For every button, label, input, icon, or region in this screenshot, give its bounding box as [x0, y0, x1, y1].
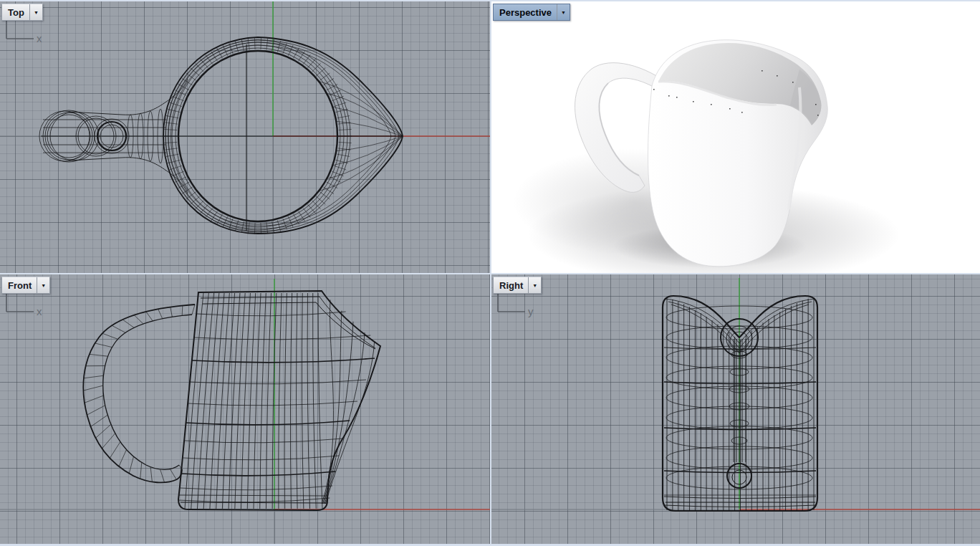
viewport-tab-front[interactable]: Front ▼ — [1, 277, 50, 294]
viewport-title-perspective[interactable]: Perspective — [494, 7, 557, 18]
viewport-tab-top[interactable]: Top ▼ — [1, 4, 43, 21]
viewport-title-front[interactable]: Front — [2, 280, 37, 291]
viewport-top[interactable]: Top ▼ y x — [0, 1, 490, 273]
right-view-wireframe — [491, 274, 980, 544]
perspective-rendered-model — [491, 1, 980, 273]
viewport-title-top[interactable]: Top — [2, 7, 29, 18]
viewport-menu-dropdown-icon[interactable]: ▼ — [37, 278, 49, 293]
viewport-front[interactable]: Front ▼ z x — [0, 274, 490, 544]
viewport-tab-perspective[interactable]: Perspective ▼ — [493, 4, 570, 21]
viewport-perspective[interactable]: Perspective ▼ — [491, 1, 980, 273]
top-view-wireframe — [0, 1, 490, 273]
front-view-wireframe — [0, 274, 490, 544]
viewport-menu-dropdown-icon[interactable]: ▼ — [529, 278, 541, 293]
viewport-title-right[interactable]: Right — [494, 280, 528, 291]
viewport-tab-right[interactable]: Right ▼ — [493, 277, 542, 294]
viewport-right[interactable]: Right ▼ z y — [491, 274, 980, 544]
viewport-menu-dropdown-icon[interactable]: ▼ — [30, 5, 42, 20]
viewport-menu-dropdown-icon[interactable]: ▼ — [557, 5, 570, 20]
viewport-layout: Top ▼ y x Perspective ▼ Front ▼ z — [0, 0, 980, 546]
